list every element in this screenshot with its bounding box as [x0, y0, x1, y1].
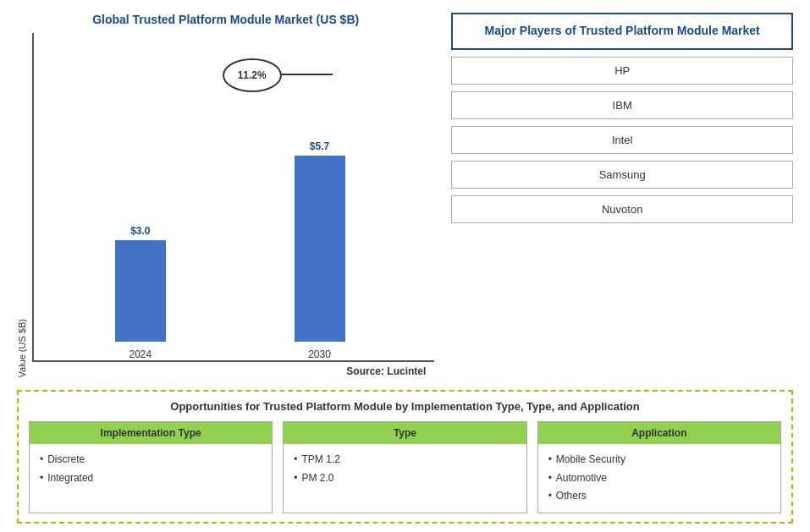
- opp-body-implementation: • Discrete • Integrated: [30, 444, 272, 494]
- source-text: Source: Lucintel: [32, 365, 434, 377]
- app-automotive: • Automotive: [548, 469, 770, 488]
- bar-value-2030: $5.7: [310, 140, 329, 152]
- players-area: Major Players of Trusted Platform Module…: [451, 8, 793, 381]
- chart-wrapper: Value (US $B) 11.2% $3.0 2024 $5.7: [17, 33, 434, 377]
- chart-title: Global Trusted Platform Module Market (U…: [92, 13, 359, 26]
- player-ibm: IBM: [451, 91, 793, 119]
- bottom-section: Opportunities for Trusted Platform Modul…: [17, 390, 793, 524]
- y-axis-label: Value (US $B): [17, 319, 27, 378]
- bottom-title: Opportunities for Trusted Platform Modul…: [29, 400, 781, 413]
- bar-label-2024: 2024: [129, 348, 152, 360]
- type-pm20: • PM 2.0: [294, 469, 515, 488]
- bar-group-2024: $3.0 2024: [115, 225, 166, 360]
- opp-header-application: Application: [538, 422, 780, 444]
- opp-header-implementation: Implementation Type: [30, 422, 272, 444]
- chart-area: Global Trusted Platform Module Market (U…: [17, 8, 434, 381]
- opp-column-implementation: Implementation Type • Discrete • Integra…: [29, 421, 273, 513]
- opp-body-application: • Mobile Security • Automotive • Others: [538, 444, 780, 513]
- app-others: • Others: [548, 487, 770, 506]
- opp-header-type: Type: [284, 422, 526, 444]
- bar-2030: [295, 156, 345, 342]
- impl-discrete: • Discrete: [40, 451, 262, 469]
- player-samsung: Samsung: [451, 161, 793, 189]
- player-nuvoton: Nuvoton: [451, 195, 793, 223]
- bar-2024: [115, 240, 166, 342]
- bar-group-2030: $5.7 2030: [295, 140, 345, 360]
- opp-column-application: Application • Mobile Security • Automoti…: [537, 421, 781, 513]
- players-title: Major Players of Trusted Platform Module…: [451, 13, 793, 50]
- chart-inner: 11.2% $3.0 2024 $5.7 2030: [32, 33, 434, 377]
- bar-label-2030: 2030: [308, 348, 331, 360]
- cagr-bubble: 11.2%: [223, 58, 282, 92]
- arrow-line: [282, 74, 333, 75]
- opp-column-type: Type • TPM 1.2 • PM 2.0: [283, 421, 526, 513]
- impl-integrated: • Integrated: [40, 469, 262, 488]
- player-intel: Intel: [451, 126, 793, 154]
- app-mobile-security: • Mobile Security: [548, 451, 770, 469]
- opportunities-grid: Implementation Type • Discrete • Integra…: [29, 421, 781, 513]
- bar-value-2024: $3.0: [130, 225, 150, 237]
- opp-body-type: • TPM 1.2 • PM 2.0: [284, 444, 526, 494]
- bars-container: 11.2% $3.0 2024 $5.7 2030: [32, 33, 434, 362]
- player-hp: HP: [451, 57, 793, 85]
- type-tpm12: • TPM 1.2: [294, 451, 515, 469]
